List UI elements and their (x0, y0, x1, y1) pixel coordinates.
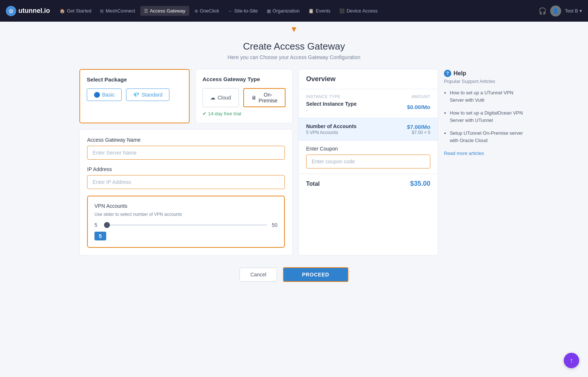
nav-site-to-site[interactable]: ↔ Site-to-Site (224, 6, 261, 16)
device-icon: ⬛ (339, 8, 345, 14)
oneclick-icon: ⊕ (194, 8, 198, 14)
accounts-price-detail: $7.00 × 5 (407, 130, 430, 135)
gateway-type-label: Access Gateway Type (202, 76, 286, 82)
cloud-icon: ☁ (210, 95, 215, 101)
cloud-type-button[interactable]: ☁ Cloud (202, 88, 239, 107)
total-section: Total $35.00 (299, 174, 438, 193)
premise-icon: 🖥 (251, 95, 257, 101)
user-menu[interactable]: Test B ▾ (565, 8, 582, 14)
gateway-name-section: Access Gateway Name (87, 137, 285, 160)
scroll-to-top-button[interactable]: ↑ (564, 353, 579, 368)
help-article-3: Setup UTunnel On-Premise server with Ora… (450, 130, 525, 144)
overview-title: Overview (299, 69, 438, 89)
vpn-value-badge: 5 (94, 232, 106, 240)
brand-logo[interactable]: ⊙ utunnel.io (6, 6, 50, 16)
coupon-label: Enter Coupon (306, 146, 430, 152)
slider-max-value: 50 (272, 222, 277, 228)
instance-sub: - (306, 108, 356, 113)
arrow-up-icon: ↑ (570, 357, 573, 365)
slider-row: 5 50 (94, 222, 277, 228)
bottom-actions: Cancel PROCEED (0, 255, 588, 291)
help-subtitle: Popular Support Articles (444, 79, 525, 84)
ip-address-input[interactable] (87, 175, 285, 189)
accounts-label: Number of Accounts (306, 123, 356, 129)
step-arrow-icon: ▼ (290, 25, 298, 34)
on-premise-label: On-Premise (259, 92, 277, 104)
accounts-sub: 5 VPN Accounts (306, 130, 356, 135)
nav-mesh-connect[interactable]: ⊞ MeshConnect (96, 6, 139, 16)
standard-icon: 💎 (133, 92, 139, 98)
cancel-button[interactable]: Cancel (240, 268, 277, 282)
help-icon: ? (444, 70, 451, 77)
nav-events[interactable]: 📋 Events (305, 6, 334, 16)
free-trial-text: ✔ 14-day free trial (202, 111, 286, 116)
slider-min-value: 5 (94, 222, 100, 228)
on-premise-type-button[interactable]: 🖥 On-Premise (243, 88, 286, 107)
select-instance-label: Select Instance Type (306, 101, 356, 107)
ip-address-section: IP Address (87, 166, 285, 189)
instance-type-col-label: Instance Type (306, 94, 341, 99)
accounts-price: $7.00/Mo (407, 124, 430, 130)
total-row: Total $35.00 (306, 180, 430, 188)
help-panel: ? Help Popular Support Articles How to s… (444, 69, 525, 255)
ip-address-label: IP Address (87, 166, 285, 172)
total-label: Total (306, 181, 320, 187)
nav-device-access[interactable]: ⬛ Device Access (336, 6, 381, 16)
home-icon: 🏠 (60, 8, 65, 14)
gateway-name-label: Access Gateway Name (87, 137, 285, 143)
nav-oneclick[interactable]: ⊕ OneClick (191, 6, 223, 16)
type-options: ☁ Cloud 🖥 On-Premise (202, 88, 286, 107)
standard-label: Standard (141, 92, 162, 98)
help-article-2: How to set up a DigitalOcean VPN Server … (450, 109, 525, 124)
navbar: ⊙ utunnel.io 🏠 Get Started ⊞ MeshConnect… (0, 0, 588, 22)
site-icon: ↔ (228, 8, 232, 14)
vpn-accounts-section: VPN Accounts Use slider to select number… (87, 196, 285, 248)
accounts-section: Number of Accounts 5 VPN Accounts $7.00/… (299, 118, 438, 141)
accounts-row-value: Number of Accounts 5 VPN Accounts $7.00/… (306, 123, 430, 135)
form-area: Select Package 🔵 Basic 💎 Standard Access… (79, 69, 293, 255)
navbar-right: 🎧 👤 Test B ▾ (538, 6, 582, 17)
overview-card: Overview Instance Type AMOUNT Select Ins… (298, 69, 438, 255)
vpn-slider[interactable] (104, 224, 267, 226)
top-cards-row: Select Package 🔵 Basic 💎 Standard Access… (79, 69, 293, 123)
form-fields-card: Access Gateway Name IP Address VPN Accou… (79, 129, 293, 255)
step-indicator: ▼ (0, 22, 588, 34)
package-options: 🔵 Basic 💎 Standard (87, 88, 182, 101)
basic-package-button[interactable]: 🔵 Basic (87, 88, 122, 101)
help-articles: How to set up a UTunnel VPN Server with … (444, 89, 525, 144)
page-subtitle: Here you can Choose your Access Gateway … (0, 54, 588, 60)
coupon-input[interactable] (306, 155, 430, 168)
help-title: ? Help (444, 70, 525, 77)
gateway-icon: ☰ (144, 8, 148, 14)
instance-row-header: Instance Type AMOUNT (306, 94, 430, 99)
cloud-label: Cloud (218, 95, 231, 101)
instance-row-value: Select Instance Type - $0.00/Mo (306, 101, 430, 113)
instance-price: $0.00/Mo (407, 104, 430, 110)
nav-get-started[interactable]: 🏠 Get Started (56, 6, 95, 16)
total-amount: $35.00 (410, 180, 430, 188)
logo-icon: ⊙ (6, 6, 16, 16)
gateway-type-card: Access Gateway Type ☁ Cloud 🖥 On-Premise… (196, 69, 293, 123)
nav-organization[interactable]: ▦ Organization (263, 6, 304, 16)
page-title: Create Access Gateway (0, 41, 588, 52)
support-icon[interactable]: 🎧 (538, 7, 546, 15)
instance-type-section: Instance Type AMOUNT Select Instance Typ… (299, 89, 438, 118)
mesh-icon: ⊞ (100, 8, 104, 14)
check-icon: ✔ (202, 111, 207, 116)
vpn-accounts-label: VPN Accounts (94, 203, 277, 209)
brand-name: utunnel.io (18, 7, 50, 15)
page-header: Create Access Gateway Here you can Choos… (0, 34, 588, 69)
vpn-subtitle: Use slider to select number of VPN accou… (94, 212, 277, 217)
basic-icon: 🔵 (94, 92, 100, 98)
proceed-button[interactable]: PROCEED (283, 267, 348, 282)
events-icon: 📋 (308, 8, 314, 14)
org-icon: ▦ (267, 8, 271, 14)
nav-access-gateway[interactable]: ☰ Access Gateway (140, 6, 189, 16)
select-package-label: Select Package (87, 76, 182, 83)
read-more-link[interactable]: Read more articles (444, 151, 484, 156)
basic-label: Basic (102, 92, 115, 98)
gateway-name-input[interactable] (87, 146, 285, 160)
standard-package-button[interactable]: 💎 Standard (126, 88, 169, 101)
select-package-card: Select Package 🔵 Basic 💎 Standard (79, 69, 190, 123)
main-content: Select Package 🔵 Basic 💎 Standard Access… (74, 69, 514, 255)
